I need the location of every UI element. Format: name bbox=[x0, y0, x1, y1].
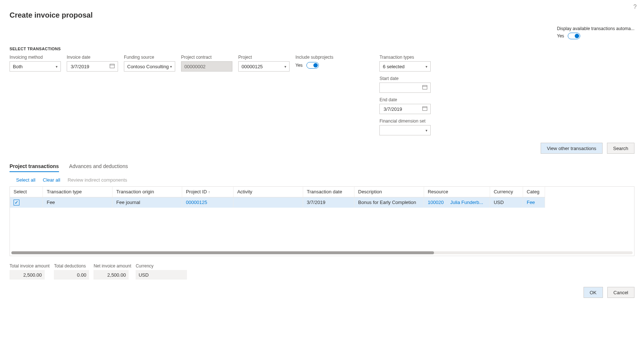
horizontal-scrollbar[interactable] bbox=[11, 251, 633, 254]
project-label: Project bbox=[238, 55, 290, 60]
financial-dimension-set-label: Financial dimension set bbox=[379, 119, 431, 124]
cell-activity bbox=[233, 197, 303, 208]
chevron-down-icon: ▾ bbox=[284, 65, 286, 69]
row-checkbox[interactable]: ✓ bbox=[14, 200, 19, 205]
tab-project-transactions[interactable]: Project transactions bbox=[10, 163, 59, 172]
col-currency[interactable]: Currency bbox=[490, 187, 523, 197]
invoice-date-label: Invoice date bbox=[67, 55, 118, 60]
section-heading: SELECT TRANSACTIONS bbox=[10, 47, 634, 51]
col-resource[interactable]: Resource bbox=[424, 187, 490, 197]
cell-currency: USD bbox=[490, 197, 523, 208]
col-select[interactable]: Select bbox=[10, 187, 43, 197]
cell-transaction-type: Fee bbox=[43, 197, 113, 208]
net-invoice-amount-label: Net invoice amount bbox=[93, 263, 131, 269]
totals-currency-label: Currency bbox=[136, 263, 187, 269]
calendar-icon[interactable] bbox=[422, 106, 427, 112]
cell-category[interactable]: Fee bbox=[523, 197, 545, 208]
svg-rect-4 bbox=[423, 106, 427, 110]
total-invoice-amount-value: 2,500.00 bbox=[10, 270, 45, 280]
calendar-icon[interactable] bbox=[422, 85, 427, 91]
col-project-id[interactable]: Project ID↑ bbox=[182, 187, 233, 197]
project-select[interactable]: 00000125 ▾ bbox=[238, 61, 290, 72]
chevron-down-icon: ▾ bbox=[56, 65, 58, 69]
cell-description: Bonus for Early Completion bbox=[354, 197, 424, 208]
help-icon[interactable]: ? bbox=[633, 4, 637, 10]
end-date-label: End date bbox=[379, 97, 431, 102]
page-title: Create invoice proposal bbox=[10, 11, 634, 19]
include-subprojects-label: Include subprojects bbox=[295, 55, 333, 60]
select-all-link[interactable]: Select all bbox=[16, 177, 36, 183]
sort-ascending-icon: ↑ bbox=[208, 190, 210, 194]
cell-transaction-date: 3/7/2019 bbox=[303, 197, 354, 208]
funding-source-label: Funding source bbox=[124, 55, 175, 60]
invoice-date-input[interactable] bbox=[67, 61, 118, 72]
col-transaction-type[interactable]: Transaction type bbox=[43, 187, 113, 197]
col-activity[interactable]: Activity bbox=[233, 187, 303, 197]
start-date-label: Start date bbox=[379, 76, 431, 81]
view-other-transactions-button[interactable]: View other transactions bbox=[541, 143, 603, 154]
chevron-down-icon: ▾ bbox=[426, 65, 427, 69]
col-description[interactable]: Description bbox=[354, 187, 424, 197]
funding-source-select[interactable]: Contoso Consulting ▾ bbox=[124, 61, 175, 72]
transaction-types-label: Transaction types bbox=[379, 55, 431, 60]
total-deductions-label: Total deductions bbox=[54, 263, 89, 269]
display-toggle[interactable] bbox=[568, 33, 580, 39]
col-transaction-date[interactable]: Transaction date bbox=[303, 187, 354, 197]
project-contract-input: 00000002 bbox=[181, 61, 232, 72]
include-subprojects-value: Yes bbox=[295, 63, 303, 68]
end-date-input[interactable] bbox=[379, 104, 431, 114]
tab-advances-deductions[interactable]: Advances and deductions bbox=[69, 163, 128, 172]
display-toggle-value: Yes bbox=[557, 33, 564, 39]
financial-dimension-set-select[interactable]: ▾ bbox=[379, 125, 431, 135]
search-button[interactable]: Search bbox=[607, 143, 634, 154]
display-toggle-label: Display available transactions automa... bbox=[557, 26, 634, 31]
chevron-down-icon: ▾ bbox=[426, 128, 427, 132]
totals-currency-value: USD bbox=[136, 270, 187, 280]
transactions-grid[interactable]: Select Transaction type Transaction orig… bbox=[10, 186, 634, 256]
svg-rect-2 bbox=[423, 85, 427, 89]
cell-resource[interactable]: 100020 Julia Funderb... bbox=[424, 197, 490, 208]
net-invoice-amount-value: 2,500.00 bbox=[93, 270, 129, 280]
transaction-types-select[interactable]: 6 selected ▾ bbox=[379, 61, 431, 72]
clear-all-link[interactable]: Clear all bbox=[43, 177, 60, 183]
review-indirect-link: Review indirect components bbox=[67, 177, 127, 183]
total-deductions-value: 0.00 bbox=[54, 270, 89, 280]
cell-project-id[interactable]: 00000125 bbox=[182, 197, 233, 208]
invoicing-method-label: Invoicing method bbox=[10, 55, 61, 60]
start-date-input[interactable] bbox=[379, 83, 431, 93]
calendar-icon[interactable] bbox=[110, 63, 115, 70]
table-row[interactable]: ✓ Fee Fee journal 00000125 3/7/2019 Bonu… bbox=[10, 197, 545, 208]
col-category[interactable]: Categ bbox=[523, 187, 545, 197]
ok-button[interactable]: OK bbox=[584, 287, 603, 298]
total-invoice-amount-label: Total invoice amount bbox=[10, 263, 49, 269]
invoicing-method-select[interactable]: Both ▾ bbox=[10, 61, 61, 72]
cancel-button[interactable]: Cancel bbox=[607, 287, 634, 298]
cell-transaction-origin: Fee journal bbox=[113, 197, 182, 208]
project-contract-label: Project contract bbox=[181, 55, 232, 60]
include-subprojects-toggle[interactable] bbox=[306, 62, 319, 69]
chevron-down-icon: ▾ bbox=[170, 65, 172, 69]
svg-rect-0 bbox=[110, 64, 114, 68]
col-transaction-origin[interactable]: Transaction origin bbox=[113, 187, 182, 197]
